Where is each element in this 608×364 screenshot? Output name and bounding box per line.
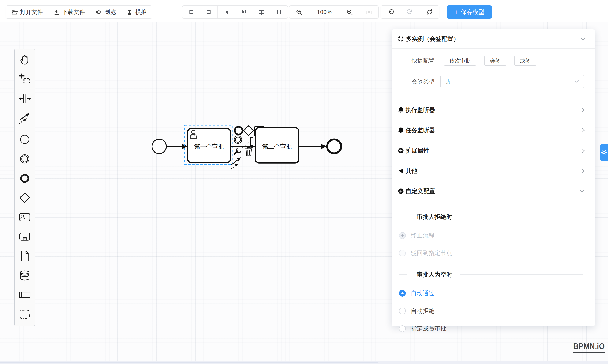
align-right-button[interactable] (200, 6, 217, 18)
open-file-button[interactable]: 打开文件 (6, 6, 48, 18)
zoom-button-group: 100% (289, 5, 379, 19)
scrollbar-thumb[interactable] (0, 362, 378, 363)
zoom-in-button[interactable] (340, 6, 359, 18)
fit-viewport-button[interactable] (359, 6, 379, 18)
align-left-button[interactable] (182, 6, 200, 18)
task-node-2[interactable]: 第二个审批 (255, 128, 299, 163)
palette-end-event[interactable] (14, 169, 35, 188)
contextpad-append-intermediate-event[interactable] (234, 136, 242, 143)
bell-icon (398, 127, 404, 133)
radio-terminate-process[interactable]: 终止流程 (399, 232, 583, 240)
palette-start-event[interactable] (14, 130, 35, 149)
task-node-1[interactable]: 第一个审批 (188, 128, 230, 163)
radio-assign-member[interactable]: 指定成员审批 (399, 325, 583, 333)
align-bottom-button[interactable] (235, 6, 252, 18)
align-center-horizontal-button[interactable] (252, 6, 270, 18)
section-task-listener[interactable]: 任务监听器 (392, 120, 595, 140)
zoom-out-button[interactable] (289, 6, 309, 18)
chevron-down-icon (580, 190, 584, 193)
zoom-level-display[interactable]: 100% (309, 6, 340, 18)
horizontal-scrollbar[interactable] (0, 361, 608, 364)
section-custom-config[interactable]: 自定义配置 (392, 181, 595, 201)
radio-circle (399, 290, 406, 297)
section-execution-listener[interactable]: 执行监听器 (392, 100, 595, 120)
palette-group[interactable] (14, 305, 35, 324)
align-top-button[interactable] (217, 6, 235, 18)
countersign-type-value: 无 (446, 78, 451, 85)
panel-section-list: 执行监听器 任务监听器 扩展属性 其他 (392, 100, 595, 201)
palette-subprocess[interactable] (14, 227, 35, 246)
chevron-right-icon (582, 128, 584, 133)
radio-circle (399, 308, 406, 314)
palette-data-object[interactable] (14, 246, 35, 266)
align-bottom-icon (241, 9, 247, 15)
quick-config-row: 快捷配置 依次审批 会签 或签 (392, 56, 584, 66)
radio-auto-reject[interactable]: 自动拒绝 (399, 307, 583, 315)
palette-intermediate-event[interactable] (14, 149, 35, 169)
palette-participant[interactable] (14, 285, 35, 305)
radio-label: 自动拒绝 (411, 307, 435, 315)
contextpad-delete-button[interactable] (245, 147, 252, 156)
section-extension-properties[interactable]: 扩展属性 (392, 140, 595, 161)
palette-hand-tool[interactable] (14, 50, 35, 69)
palette-space-tool[interactable] (14, 89, 35, 108)
start-event-node[interactable] (152, 139, 166, 154)
panel-header[interactable]: 多实例（会签配置） (392, 29, 595, 49)
simulate-button[interactable]: 模拟 (121, 6, 152, 18)
countersign-type-select[interactable]: 无 (440, 75, 584, 88)
end-event-node[interactable] (327, 139, 341, 153)
download-file-button[interactable]: 下载文件 (48, 6, 90, 18)
chevron-right-icon (582, 107, 584, 113)
gear-icon (601, 150, 607, 155)
countersign-type-label: 会签类型 (392, 78, 435, 85)
palette-user-task[interactable] (14, 208, 35, 227)
radio-return-to-node[interactable]: 驳回到指定节点 (399, 249, 583, 257)
radio-circle (399, 232, 406, 239)
simulate-label: 模拟 (135, 8, 147, 16)
palette-global-connect-tool[interactable] (14, 108, 35, 128)
save-model-button[interactable]: + 保存模型 (447, 5, 492, 19)
align-right-icon (206, 9, 212, 15)
file-button-group: 打开文件 下载文件 浏览 模拟 (6, 5, 152, 19)
quick-sequential-button[interactable]: 依次审批 (444, 56, 476, 66)
properties-panel: 多实例（会签配置） 快捷配置 依次审批 会签 或签 会签类型 无 执行监听器 (392, 29, 595, 326)
chevron-right-icon (582, 148, 584, 153)
radio-label: 自动通过 (411, 289, 435, 297)
chevron-down-icon[interactable] (580, 37, 585, 40)
radio-auto-pass[interactable]: 自动通过 (399, 289, 583, 297)
settings-tab[interactable] (600, 144, 608, 161)
undo-button[interactable] (381, 6, 400, 18)
preview-button[interactable]: 浏览 (90, 6, 121, 18)
palette-lasso-tool[interactable] (14, 69, 35, 89)
bpmn-io-logo[interactable]: BPMN.iO (573, 342, 605, 353)
zoom-out-icon (296, 9, 302, 15)
history-button-group (381, 5, 439, 19)
quick-orsign-button[interactable]: 或签 (514, 56, 536, 66)
quick-countersign-button[interactable]: 会签 (484, 56, 506, 66)
palette-data-store[interactable] (14, 266, 35, 285)
subprocess-icon (19, 231, 31, 243)
quick-config-label: 快捷配置 (392, 57, 435, 65)
end-event-icon (19, 172, 31, 184)
panel-title: 多实例（会签配置） (406, 35, 459, 43)
palette-gateway[interactable] (14, 188, 35, 208)
open-file-label: 打开文件 (20, 8, 43, 16)
lasso-tool-icon (19, 73, 31, 85)
redo-icon (407, 9, 414, 15)
chevron-down-icon (575, 80, 579, 83)
global-connect-icon (19, 112, 31, 124)
redo-button[interactable] (400, 6, 420, 18)
download-file-label: 下载文件 (62, 8, 85, 16)
restart-button[interactable] (420, 6, 439, 18)
intermediate-event-icon (19, 153, 31, 165)
contextpad-append-end-event[interactable] (235, 127, 242, 134)
undo-icon (387, 9, 394, 15)
align-left-icon (188, 9, 194, 15)
empty-group-title-text: 审批人为空时 (417, 271, 452, 279)
align-center-horizontal-icon (258, 9, 264, 15)
section-other[interactable]: 其他 (392, 161, 595, 181)
align-middle-vertical-button[interactable] (270, 6, 288, 18)
hand-tool-icon (19, 54, 31, 66)
align-middle-vertical-icon (276, 9, 282, 15)
divider-line (460, 274, 583, 275)
